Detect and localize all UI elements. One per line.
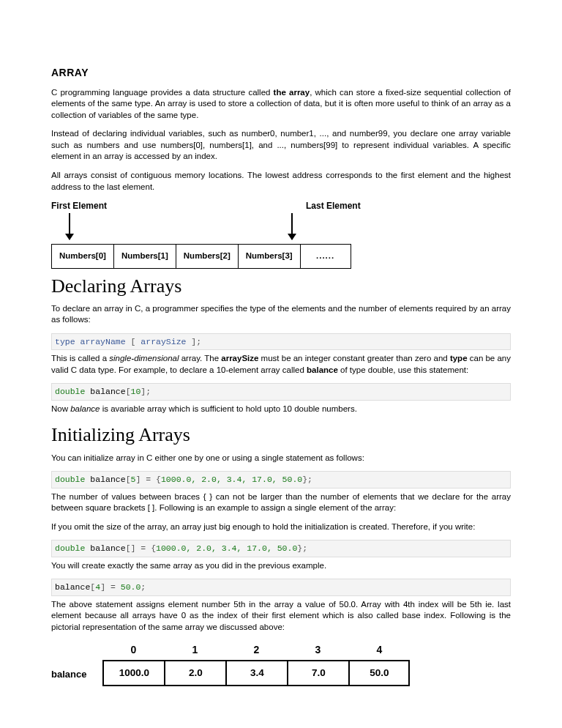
code-keyword: double [55,543,85,553]
array-cell: Numbers[3] [238,244,300,269]
code-keyword: double [55,387,85,396]
init-p4: You will create exactly the same array a… [51,560,511,572]
declare-p2: This is called a single-dimensional arra… [51,353,511,376]
code-token: ]; [140,387,151,396]
index-cell: 3 [287,643,348,660]
label-last-element: Last Element [306,200,379,212]
code-token: ]; [191,337,201,346]
code-init-unsized: double balance[] = {1000.0, 2.0, 3.4, 17… [51,540,511,557]
code-token: [] = { [126,543,156,553]
label-first-element: First Element [51,200,124,212]
intro-p3: All arrays consist of contiguous memory … [51,170,511,193]
intro-p2: Instead of declaring individual variable… [51,128,511,163]
value-cell: 1000.0 [102,660,164,686]
bold-the-array: the array [274,88,310,97]
value-cell: 7.0 [287,660,348,686]
declare-p1: To declare an array in C, a programmer s… [51,303,511,326]
code-token: }; [302,475,312,484]
code-declare-balance: double balance[10]; [51,383,511,401]
array-cell: ...... [300,244,351,269]
code-token: ] = [100,582,121,592]
text: is avariable array which is sufficient t… [100,404,357,413]
code-assign-element: balance[4] = 50.0; [51,579,511,596]
code-init-sized: double balance[5] = {1000.0, 2.0, 3.4, 1… [51,471,511,489]
bold-type: type [450,354,468,363]
text: of type double, use this statement: [338,365,468,374]
value-cell: 2.0 [164,660,225,686]
code-declare-syntax: type arrayName [ arraySize ]; [51,333,511,351]
code-token: [ [126,475,131,484]
bold-arraysize: arraySize [221,354,258,363]
code-token: arraySize [135,337,191,346]
init-p2: The number of values between braces { } … [51,491,511,514]
page-title: ARRAY [51,66,511,80]
heading-declaring: Declaring Arrays [51,273,511,299]
code-token: ] = { [135,475,161,484]
code-token: [ [126,387,131,396]
arrow-down-icon [69,213,70,239]
init-p3: If you omit the size of the array, an ar… [51,521,511,533]
array-cell: Numbers[0] [51,244,113,269]
bold-balance: balance [307,365,338,374]
text: array. The [179,354,222,363]
code-number: 50.0 [121,582,141,592]
value-cell: 3.4 [225,660,287,686]
code-keyword: double [55,475,85,484]
index-cell: 4 [348,643,410,660]
text: This is called a [51,354,109,363]
code-token: }; [297,543,307,553]
em-balance: balance [70,404,100,413]
index-cell: 1 [164,643,225,660]
array-cell: Numbers[1] [113,244,176,269]
array-cell: Numbers[2] [176,244,238,269]
array-memory-diagram: First Element Last Element Numbers[0] Nu… [51,200,511,269]
arrow-down-icon [291,213,293,239]
code-values: 1000.0, 2.0, 3.4, 17.0, 50.0 [161,475,302,484]
code-token: balance [55,582,90,592]
text: C programming language provides a data s… [51,88,274,97]
heading-initializing: Initializing Arrays [51,422,511,447]
index-cell: 2 [225,643,287,660]
text: Now [51,404,70,413]
declare-p3: Now balance is avariable array which is … [51,404,511,415]
code-token: ; [140,582,146,592]
code-token: balance [85,387,125,396]
index-cell: 0 [102,643,164,660]
code-values: 1000.0, 2.0, 3.4, 17.0, 50.0 [156,543,297,553]
value-cell: 50.0 [348,660,410,686]
intro-p1: C programming language provides a data s… [51,87,511,122]
code-token: balance [85,475,125,484]
code-token: type arrayName [55,337,131,346]
init-p1: You can initialize array in C either one… [51,453,511,464]
code-number: 10 [131,387,141,396]
text: must be an integer constant greater than… [258,354,449,363]
code-token: balance [85,543,125,553]
em-single-dim: single-dimensional [109,354,179,363]
init-p5: The above statement assigns element numb… [51,599,511,634]
balance-array-diagram: balance 0 1 2 3 4 1000.0 2.0 3.4 7.0 50.… [51,643,511,686]
balance-label: balance [51,668,102,687]
